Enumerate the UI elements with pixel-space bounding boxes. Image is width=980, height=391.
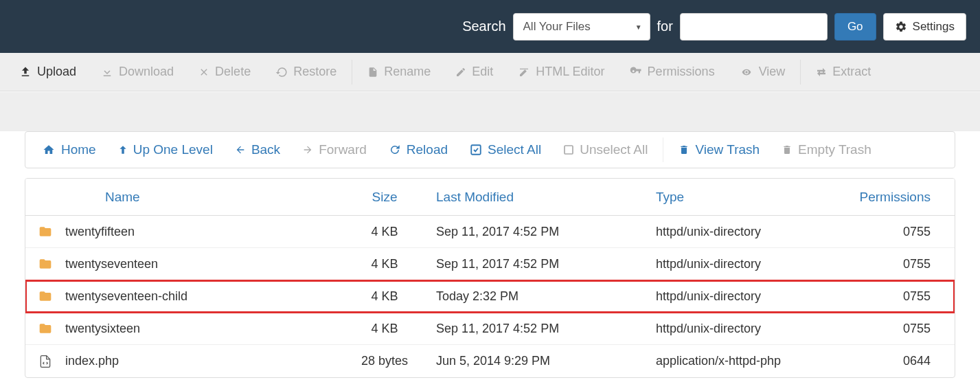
key-icon <box>630 66 642 78</box>
toolbar-spacer <box>0 91 980 133</box>
cell-permissions: 0755 <box>828 225 951 239</box>
restore-button[interactable]: Restore <box>263 58 349 86</box>
cell-type: httpd/unix-directory <box>649 225 828 239</box>
back-button[interactable]: Back <box>224 136 291 164</box>
cell-size: 4 KB <box>333 257 436 271</box>
download-icon <box>101 66 113 78</box>
restore-icon <box>275 66 288 78</box>
cell-name: twentysixteen <box>65 322 333 336</box>
cell-name: twentyseventeen <box>65 257 333 271</box>
cell-type: application/x-httpd-php <box>649 354 828 368</box>
cell-name: index.php <box>65 354 333 368</box>
toolbar-separator <box>800 60 801 85</box>
toolbar: Upload Download Delete Restore Rename Ed… <box>0 53 980 91</box>
cell-permissions: 0644 <box>828 354 951 368</box>
cell-permissions: 0755 <box>828 257 951 271</box>
forward-button[interactable]: Forward <box>291 136 378 164</box>
trash-icon <box>782 144 793 156</box>
cell-size: 4 KB <box>333 322 436 336</box>
home-icon <box>42 144 56 156</box>
cell-type: httpd/unix-directory <box>649 257 828 271</box>
search-scope-wrap: All Your Files <box>513 13 650 41</box>
folder-icon <box>37 289 54 303</box>
table-row[interactable]: twentyfifteen4 KBSep 11, 2017 4:52 PMhtt… <box>25 216 955 248</box>
html-editor-icon <box>518 67 530 78</box>
rename-icon <box>367 66 378 78</box>
cell-size: 4 KB <box>333 289 436 304</box>
cell-modified: Sep 11, 2017 4:52 PM <box>436 225 649 239</box>
download-button[interactable]: Download <box>89 58 186 86</box>
up-one-level-button[interactable]: Up One Level <box>107 136 224 164</box>
cell-permissions: 0755 <box>828 322 951 336</box>
settings-label: Settings <box>913 20 955 34</box>
cell-modified: Sep 11, 2017 4:52 PM <box>436 322 649 336</box>
folder-icon <box>37 257 54 271</box>
square-icon <box>563 144 574 155</box>
cell-name: twentyseventeen-child <box>65 289 333 304</box>
table-row[interactable]: index.php28 bytesJun 5, 2014 9:29 PMappl… <box>25 345 955 377</box>
search-input[interactable] <box>680 13 828 41</box>
html-editor-button[interactable]: HTML Editor <box>505 58 617 86</box>
cell-modified: Today 2:32 PM <box>436 289 649 304</box>
topbar: Search All Your Files for Go Settings <box>0 0 980 53</box>
col-header-permissions[interactable]: Permissions <box>828 190 951 205</box>
nav-separator <box>663 137 663 162</box>
permissions-button[interactable]: Permissions <box>617 58 727 86</box>
upload-icon <box>19 66 32 78</box>
delete-icon <box>198 67 209 78</box>
extract-icon <box>816 67 827 78</box>
col-header-type[interactable]: Type <box>649 190 828 205</box>
folder-icon <box>37 322 54 335</box>
cell-name: twentyfifteen <box>65 225 333 239</box>
search-scope-select[interactable]: All Your Files <box>513 13 650 41</box>
back-icon <box>235 144 246 155</box>
up-icon <box>118 144 128 156</box>
content-area: Home Up One Level Back Forward Reload Se… <box>0 131 980 378</box>
toolbar-separator <box>352 60 352 85</box>
cell-size: 28 bytes <box>333 354 436 368</box>
unselect-all-button[interactable]: Unselect All <box>552 136 659 164</box>
for-label: for <box>657 19 673 34</box>
gear-icon <box>895 21 907 33</box>
folder-icon <box>37 225 54 238</box>
select-all-button[interactable]: Select All <box>459 136 552 164</box>
extract-button[interactable]: Extract <box>804 58 883 86</box>
delete-button[interactable]: Delete <box>186 58 263 86</box>
upload-button[interactable]: Upload <box>7 58 89 86</box>
reload-icon <box>389 144 401 156</box>
check-square-icon <box>470 144 482 156</box>
empty-trash-button[interactable]: Empty Trash <box>771 136 882 164</box>
cell-type: httpd/unix-directory <box>649 322 828 336</box>
table-header: Name Size Last Modified Type Permissions <box>25 179 955 216</box>
svg-rect-1 <box>565 146 573 154</box>
home-button[interactable]: Home <box>31 136 107 164</box>
navbar: Home Up One Level Back Forward Reload Se… <box>25 131 955 168</box>
search-label: Search <box>462 19 505 34</box>
forward-icon <box>302 144 313 155</box>
view-trash-button[interactable]: View Trash <box>668 136 771 164</box>
trash-icon <box>679 144 690 156</box>
edit-icon <box>455 67 466 78</box>
view-button[interactable]: View <box>727 58 798 86</box>
cell-modified: Sep 11, 2017 4:52 PM <box>436 257 649 271</box>
col-header-name[interactable]: Name <box>65 190 333 205</box>
table-row[interactable]: twentyseventeen-child4 KBToday 2:32 PMht… <box>25 280 955 313</box>
col-header-modified[interactable]: Last Modified <box>436 190 649 205</box>
table-body: twentyfifteen4 KBSep 11, 2017 4:52 PMhtt… <box>25 216 955 377</box>
go-button[interactable]: Go <box>834 13 876 41</box>
settings-button[interactable]: Settings <box>883 13 966 41</box>
file-code-icon <box>38 354 52 369</box>
cell-type: httpd/unix-directory <box>649 289 828 304</box>
rename-button[interactable]: Rename <box>355 58 443 86</box>
cell-size: 4 KB <box>333 225 436 239</box>
table-row[interactable]: twentysixteen4 KBSep 11, 2017 4:52 PMhtt… <box>25 313 955 345</box>
col-header-size[interactable]: Size <box>333 190 436 205</box>
table-row[interactable]: twentyseventeen4 KBSep 11, 2017 4:52 PMh… <box>25 248 955 280</box>
eye-icon <box>740 67 753 77</box>
cell-permissions: 0755 <box>828 289 951 304</box>
file-table: Name Size Last Modified Type Permissions… <box>25 178 955 378</box>
reload-button[interactable]: Reload <box>378 136 459 164</box>
cell-modified: Jun 5, 2014 9:29 PM <box>436 354 649 368</box>
edit-button[interactable]: Edit <box>443 58 505 86</box>
